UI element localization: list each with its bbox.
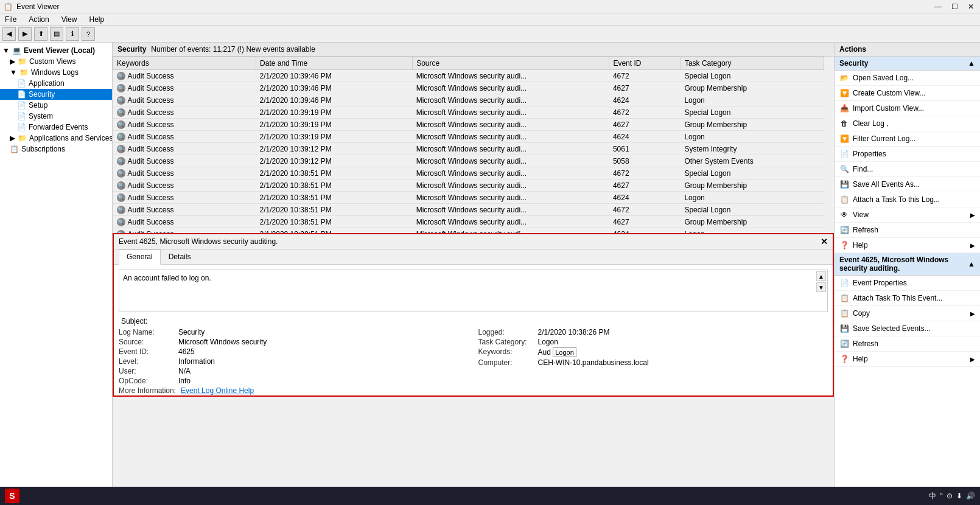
col-category[interactable]: Task Category bbox=[681, 57, 824, 70]
action-item[interactable]: 🔽 Create Custom View... bbox=[835, 86, 980, 101]
table-row[interactable]: 🔍 Audit Success 2/1/2020 10:38:51 PM Mic… bbox=[113, 179, 824, 192]
action-item[interactable]: 📄 Event Properties bbox=[835, 276, 980, 291]
event-message-box: An account failed to log on. ▲ ▼ bbox=[119, 270, 828, 312]
actions-panel-header: Actions bbox=[835, 43, 980, 57]
actions-section-security-collapse[interactable]: ▲ bbox=[968, 59, 975, 68]
sidebar-item-applications-services[interactable]: ▶ 📁 Applications and Services Lo bbox=[0, 133, 112, 144]
table-row[interactable]: 🔍 Audit Success 2/1/2020 10:38:51 PM Mic… bbox=[113, 192, 824, 204]
action-item[interactable]: 🔄 Refresh bbox=[835, 336, 980, 352]
sidebar-item-forwarded-events[interactable]: 📄 Forwarded Events bbox=[0, 122, 112, 133]
toolbar-forward[interactable]: ▶ bbox=[18, 27, 32, 41]
menu-action[interactable]: Action bbox=[26, 14, 51, 25]
app-title: Event Viewer bbox=[16, 2, 59, 11]
cell-keyword: 🔍 Audit Success bbox=[113, 94, 256, 106]
action-item-icon: 🔄 bbox=[839, 225, 849, 235]
message-scroll-up[interactable]: ▲ bbox=[816, 271, 826, 281]
titlebar: 📋 Event Viewer — ☐ ✕ bbox=[0, 0, 980, 13]
col-keywords[interactable]: Keywords bbox=[113, 57, 256, 70]
cell-keyword: 🔍 Audit Success bbox=[113, 192, 256, 204]
taskbar-app-icon[interactable]: S bbox=[5, 489, 19, 503]
table-row[interactable]: 🔍 Audit Success 2/1/2020 10:39:46 PM Mic… bbox=[113, 70, 824, 82]
action-item[interactable]: 📋 Attach a Task To this Log... bbox=[835, 192, 980, 207]
toolbar: ◀ ▶ ⬆ ▤ ℹ ? bbox=[0, 26, 980, 43]
sidebar-item-event-viewer-local[interactable]: ▼ 💻 Event Viewer (Local) bbox=[0, 45, 112, 56]
table-row[interactable]: 🔍 Audit Success 2/1/2020 10:39:46 PM Mic… bbox=[113, 82, 824, 94]
cell-category: Special Logon bbox=[681, 70, 824, 82]
action-item[interactable]: 🗑 Clear Log , bbox=[835, 116, 980, 131]
action-item-icon: 📋 bbox=[839, 308, 849, 318]
titlebar-controls[interactable]: — ☐ ✕ bbox=[932, 2, 976, 11]
action-item[interactable]: 📥 Import Custom View... bbox=[835, 101, 980, 116]
action-item[interactable]: 🔄 Refresh bbox=[835, 223, 980, 238]
tab-details[interactable]: Details bbox=[161, 249, 199, 264]
close-button[interactable]: ✕ bbox=[965, 2, 976, 11]
cell-keyword: 🔍 Audit Success bbox=[113, 179, 256, 192]
toolbar-up[interactable]: ⬆ bbox=[34, 27, 47, 41]
action-item[interactable]: 📄 Properties bbox=[835, 147, 980, 162]
toolbar-properties[interactable]: ℹ bbox=[66, 27, 79, 41]
table-row[interactable]: 🔍 Audit Success 2/1/2020 10:39:46 PM Mic… bbox=[113, 94, 824, 106]
close-detail-button[interactable]: ✕ bbox=[821, 237, 828, 246]
tab-general[interactable]: General bbox=[119, 249, 161, 265]
source-label: Source: bbox=[119, 338, 173, 346]
sidebar-item-application[interactable]: 📄 Application bbox=[0, 78, 112, 89]
event-detail-title: Event 4625, Microsoft Windows security a… bbox=[119, 237, 278, 246]
sidebar-label-subscriptions: Subscriptions bbox=[21, 145, 65, 153]
event-detail-body: An account failed to log on. ▲ ▼ Subject… bbox=[114, 265, 833, 395]
cell-source: Microsoft Windows security audi... bbox=[413, 70, 609, 82]
event-detail-header: Event 4625, Microsoft Windows security a… bbox=[114, 234, 833, 249]
toolbar-show-hide[interactable]: ▤ bbox=[50, 27, 63, 41]
table-row[interactable]: 🔍 Audit Success 2/1/2020 10:39:19 PM Mic… bbox=[113, 106, 824, 119]
action-item[interactable]: 📋 Copy ▶ bbox=[835, 306, 980, 321]
more-info-link[interactable]: Event Log Online Help bbox=[181, 386, 254, 395]
action-item[interactable]: 📋 Attach Task To This Event... bbox=[835, 291, 980, 306]
action-item[interactable]: ❓ Help ▶ bbox=[835, 238, 980, 253]
toolbar-help[interactable]: ? bbox=[82, 27, 95, 41]
maximize-button[interactable]: ☐ bbox=[949, 2, 961, 11]
event-table-container[interactable]: Keywords Date and Time Source Event ID T… bbox=[113, 57, 834, 233]
action-item-label: Find... bbox=[853, 165, 873, 173]
table-row[interactable]: 🔍 Audit Success 2/1/2020 10:39:19 PM Mic… bbox=[113, 119, 824, 131]
cell-datetime: 2/1/2020 10:38:51 PM bbox=[256, 216, 413, 228]
message-scroll-down[interactable]: ▼ bbox=[816, 282, 826, 292]
actions-section-event-collapse[interactable]: ▲ bbox=[968, 260, 975, 268]
col-eventid[interactable]: Event ID bbox=[609, 57, 681, 70]
table-row[interactable]: 🔍 Audit Success 2/1/2020 10:39:19 PM Mic… bbox=[113, 131, 824, 143]
action-item[interactable]: ❓ Help ▶ bbox=[835, 352, 980, 367]
sidebar-item-custom-views[interactable]: ▶ 📁 Custom Views bbox=[0, 56, 112, 67]
action-item-arrow: ▶ bbox=[970, 310, 975, 317]
computer-value: CEH-WIN-10.pandabusiness.local bbox=[538, 358, 649, 367]
table-row[interactable]: 🔍 Audit Success 2/1/2020 10:38:51 PM Mic… bbox=[113, 216, 824, 228]
table-row[interactable]: 🔍 Audit Success 2/1/2020 10:38:51 PM Mic… bbox=[113, 167, 824, 179]
menu-view[interactable]: View bbox=[59, 14, 80, 25]
cell-keyword: 🔍 Audit Success bbox=[113, 131, 256, 143]
cell-eventid: 4624 bbox=[609, 131, 681, 143]
sidebar-item-subscriptions[interactable]: 📋 Subscriptions bbox=[0, 144, 112, 155]
col-datetime[interactable]: Date and Time bbox=[256, 57, 413, 70]
action-item[interactable]: 🔽 Filter Current Log... bbox=[835, 131, 980, 147]
table-row[interactable]: 🔍 Audit Success 2/1/2020 10:39:12 PM Mic… bbox=[113, 143, 824, 155]
cell-eventid: 4627 bbox=[609, 119, 681, 131]
cell-category: Special Logon bbox=[681, 167, 824, 179]
action-item[interactable]: 📂 Open Saved Log... bbox=[835, 71, 980, 86]
sidebar-item-setup[interactable]: 📄 Setup bbox=[0, 100, 112, 111]
table-row[interactable]: 🔍 Audit Success 2/1/2020 10:38:51 PM Mic… bbox=[113, 204, 824, 216]
sidebar-item-security[interactable]: 📄 Security bbox=[0, 89, 112, 100]
table-row[interactable]: 🔍 Audit Success 2/1/2020 10:38:51 PM Mic… bbox=[113, 228, 824, 234]
cell-eventid: 4627 bbox=[609, 216, 681, 228]
toolbar-back[interactable]: ◀ bbox=[2, 27, 16, 41]
minimize-button[interactable]: — bbox=[932, 2, 944, 11]
action-item[interactable]: 👁 View ▶ bbox=[835, 207, 980, 223]
cell-category: Logon bbox=[681, 228, 824, 234]
action-item-icon: 📄 bbox=[839, 278, 849, 288]
sidebar-item-windows-logs[interactable]: ▼ 📁 Windows Logs bbox=[0, 67, 112, 78]
action-item[interactable]: 🔍 Find... bbox=[835, 162, 980, 177]
col-source[interactable]: Source bbox=[413, 57, 609, 70]
menu-help[interactable]: Help bbox=[87, 14, 107, 25]
action-item[interactable]: 💾 Save Selected Events... bbox=[835, 321, 980, 336]
menu-file[interactable]: File bbox=[2, 14, 19, 25]
table-row[interactable]: 🔍 Audit Success 2/1/2020 10:39:12 PM Mic… bbox=[113, 155, 824, 167]
sidebar-item-system[interactable]: 📄 System bbox=[0, 111, 112, 122]
action-item-icon: 🔍 bbox=[839, 164, 849, 174]
action-item[interactable]: 💾 Save All Events As... bbox=[835, 177, 980, 192]
